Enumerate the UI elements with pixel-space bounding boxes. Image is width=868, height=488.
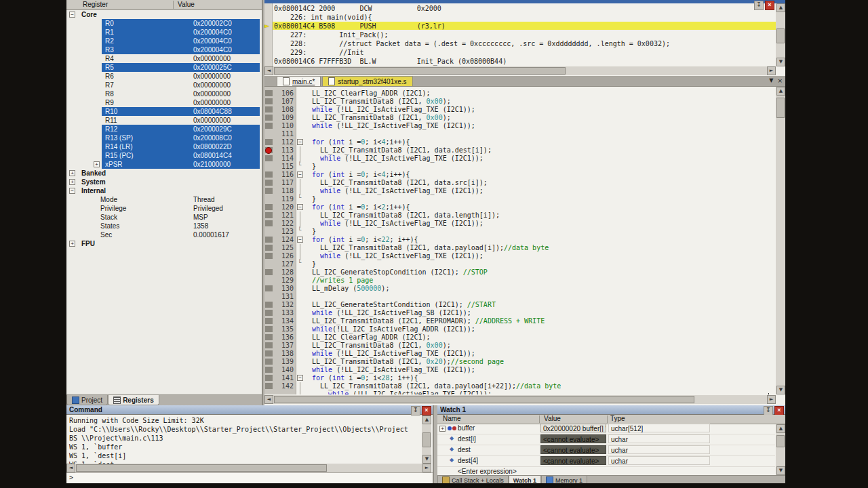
watch-row[interactable]: ◆dest[4]<cannot evaluate>uchar xyxy=(437,456,775,467)
command-input[interactable]: > xyxy=(66,472,433,483)
pin-icon[interactable]: ↧ xyxy=(764,406,773,415)
scroll-down-icon[interactable]: ▼ xyxy=(776,466,785,475)
column-divider[interactable] xyxy=(539,415,540,423)
vscroll-thumb[interactable] xyxy=(776,435,785,447)
register-row[interactable]: R110x00000000 xyxy=(66,116,262,125)
vscroll-thumb[interactable] xyxy=(422,432,431,447)
fold-collapse-icon[interactable]: − xyxy=(297,139,303,145)
executable-line-marker xyxy=(265,115,273,121)
register-row[interactable]: ModeThread xyxy=(66,195,262,204)
pin-icon[interactable]: ↧ xyxy=(411,406,420,415)
watch-row[interactable]: ◆dest<cannot evaluate>uchar xyxy=(437,445,775,456)
register-row[interactable]: +Banked xyxy=(66,169,262,178)
fold-collapse-icon[interactable]: − xyxy=(297,204,303,210)
register-row[interactable]: −Core xyxy=(66,10,262,19)
register-row[interactable]: R20x200004C0 xyxy=(66,37,262,45)
register-row[interactable]: R15 (PC)0x080014C4 xyxy=(66,151,262,160)
vscroll-thumb[interactable] xyxy=(776,98,785,118)
code-area[interactable]: 106LL_I2C_ClearFlag_ADDR (I2C1);107LL_I2… xyxy=(264,87,776,394)
register-row[interactable]: R14 (LR)0x0800022D xyxy=(66,142,262,151)
hscroll-thumb[interactable] xyxy=(274,67,566,75)
scroll-right-icon[interactable]: ► xyxy=(767,66,776,75)
command-titlebar[interactable]: Command ↧ × xyxy=(66,405,433,415)
scroll-left-icon[interactable]: ◄ xyxy=(66,464,75,472)
editor-vscrollbar[interactable] xyxy=(776,87,785,394)
register-row[interactable]: R00x200002C0 xyxy=(66,19,262,28)
watch-value[interactable]: 0x20000020 buffer[] "" xyxy=(540,424,606,432)
register-row[interactable]: R90x00000000 xyxy=(66,98,262,107)
register-row[interactable]: R60x00000000 xyxy=(66,72,262,81)
register-name: Stack xyxy=(100,213,117,222)
watch-value[interactable]: <cannot evaluate> xyxy=(540,445,606,454)
fold-collapse-icon[interactable]: − xyxy=(297,375,303,381)
scroll-up-icon[interactable]: ▲ xyxy=(422,415,431,424)
scroll-down-icon[interactable]: ▼ xyxy=(776,386,785,394)
expand-icon[interactable]: + xyxy=(69,170,75,176)
scroll-down-icon[interactable]: ▼ xyxy=(422,455,431,464)
watch-titlebar[interactable]: Watch 1 ↧ × xyxy=(437,405,785,415)
watch-row[interactable]: +buffer0x20000020 buffer[] ""uchar[512] xyxy=(437,424,775,434)
tab-list-dropdown-icon[interactable]: ▼ xyxy=(769,77,773,84)
register-row[interactable]: R10x200004C0 xyxy=(66,28,262,37)
scroll-left-icon[interactable]: ◄ xyxy=(264,395,273,404)
close-icon[interactable]: × xyxy=(774,406,784,415)
register-name: R11 xyxy=(105,116,117,125)
register-row[interactable]: +FPU xyxy=(66,239,262,248)
register-row[interactable]: +xPSR0x21000000 xyxy=(66,160,262,169)
register-row[interactable]: States1358 xyxy=(66,222,262,230)
close-document-icon[interactable]: × xyxy=(777,77,783,84)
watch-row[interactable]: ◆dest[i]<cannot evaluate>uchar xyxy=(437,434,775,445)
disassembly-lines: 0x080014C2 2000 DCW 0x2000 226: int main… xyxy=(264,4,776,66)
command-line: WS 1, `buffer xyxy=(66,443,422,451)
scroll-up-icon[interactable]: ▲ xyxy=(776,3,785,12)
tab-registers[interactable]: Registers xyxy=(108,395,159,405)
fold-collapse-icon[interactable]: − xyxy=(297,171,303,178)
pin-icon[interactable]: ↧ xyxy=(754,1,764,10)
collapse-icon[interactable]: − xyxy=(69,188,75,194)
register-row[interactable]: R100x08004C88 xyxy=(66,107,262,116)
scroll-up-icon[interactable]: ▲ xyxy=(776,87,785,96)
tab-call-stack-locals[interactable]: Call Stack + Locals xyxy=(437,476,509,483)
register-row[interactable]: PrivilegePrivileged xyxy=(66,204,262,213)
tab-watch-1[interactable]: Watch 1 xyxy=(509,476,541,483)
scroll-right-icon[interactable]: ► xyxy=(422,464,431,472)
tab-main-c[interactable]: main.c* xyxy=(277,76,321,86)
register-row[interactable]: R50x2000025C xyxy=(66,63,262,72)
register-row[interactable]: StackMSP xyxy=(66,213,262,222)
enter-expression-field[interactable]: <Enter expression> xyxy=(458,468,517,475)
expand-icon[interactable]: + xyxy=(69,179,75,185)
expand-icon[interactable]: + xyxy=(94,161,100,167)
register-row[interactable]: R13 (SP)0x200008C0 xyxy=(66,134,262,142)
code-line: 126 while (!LL_I2C_IsActiveFlag_TXE (I2C… xyxy=(264,252,776,260)
register-row[interactable]: R70x00000000 xyxy=(66,81,262,89)
collapse-icon[interactable]: − xyxy=(69,12,75,18)
close-icon[interactable]: × xyxy=(422,406,431,415)
expand-icon[interactable]: + xyxy=(69,241,75,247)
fold-collapse-icon[interactable]: − xyxy=(297,237,303,243)
scroll-up-icon[interactable]: ▲ xyxy=(776,424,785,433)
scroll-right-icon[interactable]: ► xyxy=(767,395,776,404)
hscroll-thumb[interactable] xyxy=(76,464,327,472)
scroll-down-icon[interactable]: ▼ xyxy=(776,58,785,66)
expand-icon[interactable]: + xyxy=(439,426,446,432)
watch-value[interactable]: <cannot evaluate> xyxy=(540,434,606,443)
watch-value[interactable]: <cannot evaluate> xyxy=(540,456,606,465)
column-divider[interactable] xyxy=(173,1,174,9)
breakpoint-marker[interactable] xyxy=(265,147,272,154)
tab-memory-1[interactable]: Memory 1 xyxy=(541,476,587,483)
column-divider[interactable] xyxy=(607,415,608,423)
register-row[interactable]: +System xyxy=(66,178,262,186)
tab-project[interactable]: Project xyxy=(66,395,108,405)
disassembly-titlebar[interactable] xyxy=(264,0,785,3)
vscroll-thumb[interactable] xyxy=(776,28,785,43)
register-row[interactable]: Sec0.00001617 xyxy=(66,230,262,239)
scroll-left-icon[interactable]: ◄ xyxy=(264,66,273,75)
register-row[interactable]: R120x2000029C xyxy=(66,125,262,134)
register-row[interactable]: −Internal xyxy=(66,186,262,195)
close-icon[interactable]: × xyxy=(765,1,774,10)
tab-startup-s[interactable]: startup_stm32f401xe.s xyxy=(322,76,412,86)
register-row[interactable]: R30x200004C0 xyxy=(66,45,262,54)
register-row[interactable]: R40x00000000 xyxy=(66,54,262,63)
register-row[interactable]: R80x00000000 xyxy=(66,89,262,98)
hscroll-thumb[interactable] xyxy=(274,396,694,403)
